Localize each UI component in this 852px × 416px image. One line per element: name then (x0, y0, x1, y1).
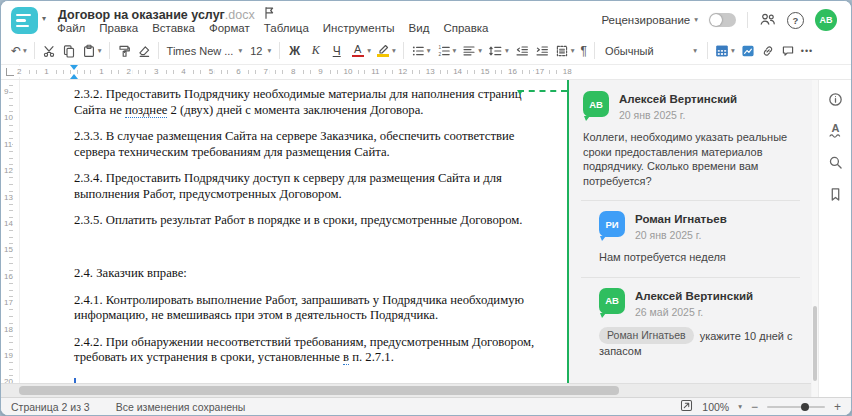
font-name-select[interactable]: Times New ...▾ (163, 41, 247, 61)
avatar-tail (600, 313, 606, 318)
vertical-scrollbar[interactable] (812, 80, 818, 397)
comment-date: 26 май 2025 г. (635, 306, 753, 318)
zoom-in-button[interactable]: + (834, 401, 841, 413)
font-size-select[interactable]: 12▾ (246, 41, 275, 61)
horizontal-scrollbar-thumb[interactable] (19, 386, 619, 395)
underline-button[interactable]: Ч (326, 40, 347, 61)
comments-panel: АВАлексей Вертинский20 янв 2025 г.Коллег… (567, 80, 812, 397)
chevron-down-icon[interactable]: ▾ (731, 47, 735, 55)
app-logo-icon[interactable] (11, 7, 38, 34)
menu-item-Справка[interactable]: Справка (443, 22, 488, 35)
chevron-down-icon[interactable]: ▾ (392, 47, 396, 55)
menu-item-Формат[interactable]: Формат (209, 22, 250, 35)
copy-button[interactable] (59, 40, 79, 61)
insert-link-button[interactable] (758, 40, 778, 61)
vertical-scrollbar-thumb[interactable] (813, 306, 817, 381)
document-page[interactable]: 2.3.2. Предоставить Подрядчику необходим… (20, 80, 567, 397)
insert-comment-button[interactable] (778, 40, 798, 61)
numbered-list-button[interactable]: 12▾ (434, 40, 460, 61)
user-avatar[interactable]: АВ (815, 9, 837, 31)
bold-button[interactable]: Ж (284, 40, 305, 61)
comment-item[interactable]: АВАлексей Вертинский20 янв 2025 г.Коллег… (569, 83, 812, 198)
ruler-horizontal[interactable]: 21123456789101112131415161718 (20, 65, 851, 79)
paragraph[interactable]: 2.4.2. При обнаружении несоответствий тр… (74, 335, 537, 366)
zoom-slider-knob[interactable] (801, 403, 809, 411)
insert-table-button[interactable]: ▾ (712, 40, 738, 61)
paste-button[interactable]: ▾ (79, 40, 105, 61)
comment-item[interactable]: АВАлексей Вертинский26 май 2025 г.Роман … (569, 280, 812, 369)
chevron-down-icon[interactable]: ▾ (23, 47, 27, 55)
more-toolbar-button[interactable]: ••• (798, 40, 816, 61)
menu-item-Файл[interactable]: Файл (57, 22, 85, 35)
menu-item-Вид[interactable]: Вид (409, 22, 430, 35)
ruler-vertical[interactable]: 91011121314151617181920 (1, 80, 20, 397)
paragraph-borders-button[interactable]: ▾ (552, 40, 578, 61)
text-run: 2.4.1. Контролировать выполнение Работ, … (74, 293, 524, 323)
flag-icon[interactable] (263, 6, 275, 23)
paragraph[interactable]: 2.3.4. Предоставить Подрядчику доступ к … (74, 171, 537, 202)
chevron-down-icon[interactable]: ▾ (505, 47, 509, 55)
zoom-slider[interactable] (767, 406, 825, 408)
chevron-down-icon[interactable]: ▾ (42, 14, 46, 23)
paragraph[interactable]: 2.3.3. В случае размещения Сайта на серв… (74, 129, 537, 160)
increase-indent-button[interactable] (532, 40, 552, 61)
font-color-button[interactable]: А▾ (347, 40, 374, 61)
vruler-number: 13 (4, 192, 13, 203)
text-run: 2 (двух) дней с момента заключения Догов… (167, 103, 423, 117)
paragraph-style-select[interactable]: Обычный▾ (599, 41, 703, 61)
paragraph[interactable] (74, 240, 537, 256)
vruler-number: 11 (4, 139, 12, 150)
line-spacing-button[interactable]: ▾ (485, 40, 512, 61)
menu-item-Правка[interactable]: Правка (99, 22, 138, 35)
horizontal-scrollbar[interactable] (1, 383, 811, 397)
chevron-down-icon[interactable]: ▾ (738, 403, 742, 411)
chevron-down-icon[interactable]: ▾ (571, 47, 575, 55)
search-icon[interactable] (828, 155, 843, 170)
mention-pill[interactable]: Роман Игнатьев (599, 327, 694, 345)
menu-item-Таблица[interactable]: Таблица (264, 22, 309, 35)
decrease-indent-button[interactable] (512, 40, 532, 61)
chevron-down-icon[interactable]: ▾ (478, 47, 482, 55)
highlight-color-button[interactable]: ▾ (374, 40, 399, 61)
chevron-down-icon[interactable]: ▾ (427, 47, 431, 55)
collaboration-users-icon[interactable] (759, 12, 776, 28)
zoom-level[interactable]: 100% (702, 401, 729, 413)
spellcheck-icon[interactable]: А (829, 124, 842, 138)
bullet-list-button[interactable]: ▾ (408, 40, 434, 61)
format-painter-button[interactable] (114, 40, 134, 61)
paragraph[interactable]: 2.3.5. Оплатить результат Работ в порядк… (74, 213, 537, 229)
chevron-down-icon: ▾ (693, 47, 697, 55)
menu-item-Инструменты[interactable]: Инструменты (323, 22, 395, 35)
align-button[interactable]: ▾ (459, 40, 485, 61)
paragraph[interactable]: 2.3.2. Предоставить Подрядчику необходим… (74, 87, 537, 118)
info-icon[interactable] (828, 92, 843, 107)
track-changes-toggle[interactable] (709, 13, 736, 27)
undo-button[interactable]: ↶▾ (8, 40, 30, 61)
comment-header: АВАлексей Вертинский20 янв 2025 г. (583, 91, 798, 121)
vruler-number: 10 (4, 112, 13, 123)
insert-image-button[interactable] (738, 40, 758, 61)
menu-bar: ФайлПравкаВставкаФорматТаблицаИнструмент… (57, 22, 489, 35)
cut-button[interactable] (39, 40, 59, 61)
clear-style-eraser-button[interactable] (134, 40, 154, 61)
chevron-down-icon[interactable]: ▾ (98, 47, 102, 55)
comment-item[interactable]: РИРоман Игнатьев20 янв 2025 г.Нам потреб… (569, 203, 812, 275)
chevron-down-icon[interactable]: ▾ (453, 47, 457, 55)
review-mode-dropdown[interactable]: Рецензирование ▾ (601, 14, 698, 26)
help-icon[interactable]: ? (787, 12, 804, 29)
paragraph[interactable]: 2.4.1. Контролировать выполнение Работ, … (74, 293, 537, 324)
fit-width-icon[interactable] (680, 399, 693, 414)
chevron-down-icon: ▾ (238, 47, 242, 55)
chevron-down-icon[interactable]: ▾ (367, 47, 371, 55)
show-paragraph-marks-button[interactable]: ¶ (578, 40, 590, 61)
text-run: 2.3.5. Оплатить результат Работ в порядк… (74, 213, 522, 227)
italic-button[interactable]: К (305, 40, 326, 61)
zoom-out-button[interactable]: − (751, 401, 758, 413)
bookmark-icon[interactable] (828, 187, 843, 202)
hruler-number: 8 (289, 66, 297, 77)
comment-author: Алексей Вертинский (635, 288, 753, 303)
left-indent-marker[interactable] (70, 70, 78, 79)
paragraph[interactable]: 2.4. Заказчик вправе: (74, 266, 537, 282)
menu-item-Вставка[interactable]: Вставка (152, 22, 195, 35)
chevron-down-icon: ▾ (267, 47, 271, 55)
